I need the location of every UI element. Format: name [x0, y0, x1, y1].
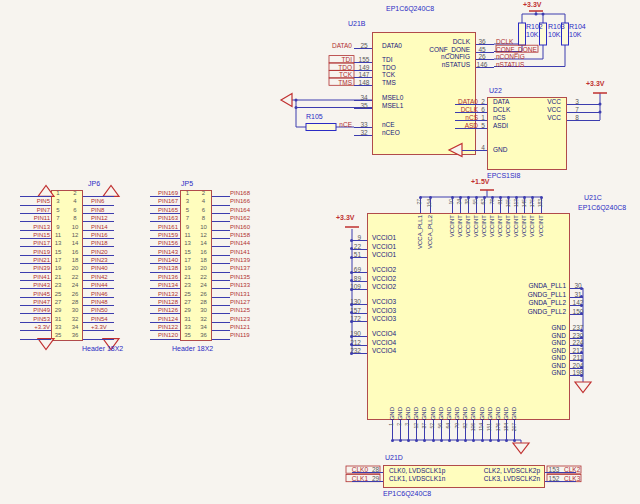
header-row: PIN13910PIN14 — [14, 224, 144, 232]
pin-row: VCC8 — [487, 114, 587, 122]
jp5-ref-label: JP5 — [181, 180, 193, 187]
pin-name: GND — [503, 407, 510, 420]
pin-row: 172VCCIO3 — [336, 315, 396, 324]
pin-name: GND — [470, 407, 477, 420]
pin-number: 3 — [405, 423, 411, 426]
r103-value-label: 10K — [548, 31, 560, 38]
junction-dot — [350, 271, 353, 274]
pin-number-left: 21 — [51, 274, 65, 282]
pin-number-left: 7 — [180, 215, 195, 223]
pin-number-left: 35 — [180, 332, 195, 340]
jp5-footprint-label: Header 18X2 — [172, 345, 213, 352]
wire-right — [83, 280, 114, 281]
pin-number-right: 34 — [67, 324, 83, 332]
u21c-ref-label: U21C — [584, 194, 602, 201]
wire-right — [212, 238, 230, 239]
header-row: PIN1262930PIN125 — [144, 307, 284, 315]
wire-left — [150, 196, 180, 197]
net-label: TDO — [300, 64, 352, 72]
junction-dot — [423, 439, 426, 442]
pin-column: GND12 — [413, 364, 421, 458]
header-row: PIN1561314PIN144 — [144, 240, 284, 248]
pin-row: 130VCCIO3 — [336, 298, 396, 307]
wire-right — [212, 196, 230, 197]
wire — [354, 135, 372, 136]
wire-right — [212, 313, 230, 314]
net-label: CLK2 — [564, 466, 580, 475]
wire — [455, 128, 487, 129]
pin-row: 9VCCIO1 — [336, 234, 396, 243]
pin-number: 91 — [498, 199, 504, 205]
pin-number-right: 4 — [67, 198, 83, 206]
wire — [545, 481, 576, 482]
pin-number: 106 — [471, 423, 477, 431]
wire-right — [212, 322, 230, 323]
pin-name-row: CLK3, LVDSCLK2n — [400, 475, 540, 484]
wire-right — [83, 221, 114, 222]
pin-name: GND — [430, 407, 437, 420]
r103-ref-label: R103 — [548, 23, 565, 30]
jp6-rows: 12PIN534PIN6PIN756PIN8PIN1178PIN12PIN139… — [14, 190, 144, 341]
pin-number-right: 34 — [196, 324, 211, 332]
pin-number-left: 23 — [180, 282, 195, 290]
pin-column: GND92 — [462, 364, 470, 458]
wire — [352, 353, 367, 354]
pin-name: nCEO — [382, 129, 400, 137]
pin-number-right: 10 — [196, 224, 211, 232]
junction-dot — [350, 320, 353, 323]
pin-number-left: 33 — [180, 324, 195, 332]
pin-number-right: 8 — [196, 215, 211, 223]
pin-number-left: 35 — [51, 332, 65, 340]
header-row: PIN1591112PIN158 — [144, 232, 284, 240]
wire-right — [83, 322, 114, 323]
junction-dot — [580, 304, 583, 307]
pin-name: GND — [460, 354, 566, 362]
pin-number-right: 22 — [67, 274, 83, 282]
pin-name: VCCINT — [513, 215, 520, 237]
pin-name: VCCIO2 — [372, 283, 396, 292]
net-label: CLK0 — [340, 466, 368, 475]
pin-name: VCCIO1 — [372, 234, 396, 243]
gnd-arrow-msel — [281, 94, 292, 107]
wire — [455, 120, 487, 121]
pin-number-left: 17 — [51, 257, 65, 265]
pin-name: VCCINT — [481, 215, 488, 237]
junction-dot — [432, 439, 435, 442]
pin-name: VCCA_PLL2 — [427, 215, 434, 249]
pin-number: 207 — [512, 423, 518, 431]
pin-number-left: 3 — [51, 198, 65, 206]
header-row: PIN391920PIN40 — [14, 265, 144, 273]
pin-name: GND — [405, 407, 412, 420]
pin-row: 152CLK3 — [545, 475, 580, 484]
pin-name: GND — [421, 407, 428, 420]
pin-number-right: 18 — [196, 257, 211, 265]
wire-right — [83, 339, 114, 340]
wire-left — [20, 339, 51, 340]
pin-column: GND207 — [511, 364, 519, 458]
pin-number-left: 13 — [51, 240, 65, 248]
net-label-right: PIN135 — [230, 274, 250, 282]
wire-left — [150, 297, 180, 298]
pin-name: VCCIO1 — [372, 251, 396, 260]
pin-name: GND — [495, 407, 502, 420]
u21c-vccio2-pins: 69VCCIO289VCCIO2109VCCIO2 — [336, 266, 396, 292]
header-row: PIN472728PIN48 — [14, 299, 144, 307]
net-label-right: PIN133 — [230, 282, 250, 290]
pin-name: ASDI — [493, 122, 508, 130]
pin-row: GND224 — [460, 339, 590, 347]
pin-number-left: 27 — [51, 299, 65, 307]
r102-ref-label: R102 — [526, 23, 543, 30]
r104-ref-label: R104 — [569, 23, 586, 30]
pin-name: VCCIO3 — [372, 307, 396, 316]
pin-name: VCC — [487, 106, 561, 114]
pin-name: CLK3, LVDSCLK2n — [400, 475, 540, 484]
pin-number-right: 6 — [67, 207, 83, 215]
pin-column: 38VCCINT — [464, 197, 472, 282]
wire — [354, 48, 372, 49]
header-row: PIN16378PIN162 — [144, 215, 284, 223]
pin-number-right: 32 — [67, 316, 83, 324]
pin-name: VCCIO2 — [372, 266, 396, 275]
pin-name: VCCIO3 — [372, 315, 396, 324]
pin-name: nCONFIG — [372, 53, 470, 61]
pin-name: GNDA_PLL1 — [460, 282, 566, 291]
